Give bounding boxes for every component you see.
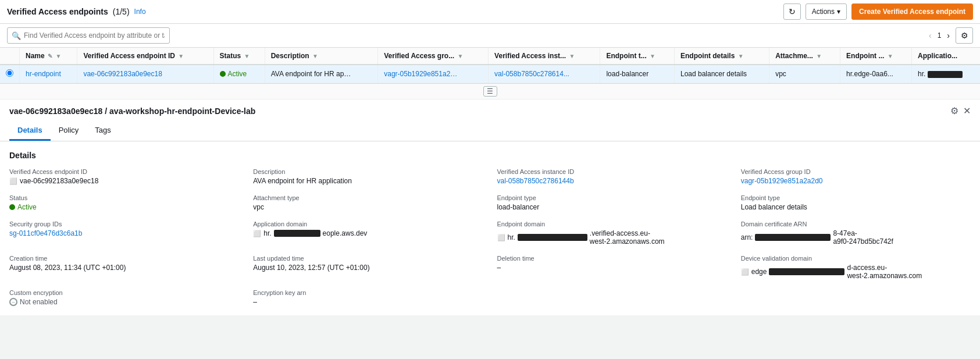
endpoint-id-link[interactable]: vae-06c992183a0e9ec18 <box>83 70 162 78</box>
field-endpoint-domain-detail: Endpoint domain ⬜ hr. .verified-access.e… <box>497 221 727 246</box>
field-status-label: Status <box>9 194 239 201</box>
settings-icon-button[interactable]: ⚙ <box>956 27 973 44</box>
field-last-updated: Last updated time August 10, 2023, 12:57… <box>253 255 483 280</box>
field-last-updated-label: Last updated time <box>253 255 483 262</box>
row-radio[interactable] <box>0 65 20 83</box>
top-bar: Verified Access endpoints (1/5) Info ↻ A… <box>0 0 980 24</box>
status-dot <box>220 71 226 77</box>
edit-icon: ✎ <box>48 53 52 59</box>
detail-header: vae-06c992183a0e9ec18 / ava-workshop-hr-… <box>0 99 980 116</box>
field-attachment-type-label: Attachment type <box>253 194 483 201</box>
field-endpoint-type2-value: Load balancer details <box>741 203 971 211</box>
refresh-button[interactable]: ↻ <box>783 3 801 20</box>
col-header-group[interactable]: Verified Access gro... ▼ <box>378 48 489 65</box>
row-name: hr-endpoint <box>20 65 77 83</box>
field-encryption-key-label: Encryption key arn <box>253 289 483 296</box>
group-id-link[interactable]: vagr-05b1929e851a2a2d0 <box>741 177 823 185</box>
row-endpoint-type: load-balancer <box>600 65 675 83</box>
row-endpoint-details: Load balancer details <box>674 65 769 83</box>
field-custom-encryption: Custom encryption – Not enabled <box>9 289 239 306</box>
detail-close-button[interactable]: ✕ <box>963 105 971 116</box>
field-endpoint-type1-label: Endpoint type <box>497 194 727 201</box>
tab-details[interactable]: Details <box>9 121 51 141</box>
field-empty3 <box>497 289 727 306</box>
collapse-button[interactable]: ☰ <box>483 86 497 97</box>
col-header-status[interactable]: Status ▼ <box>213 48 265 65</box>
sort-icon-details: ▼ <box>738 53 744 59</box>
field-group-id-label: Verified Access group ID <box>741 168 971 175</box>
row-endpoint-domain: hr.edge-0aa6... <box>840 65 912 83</box>
detail-section-title: Details <box>9 151 971 160</box>
tabs: Details Policy Tags <box>0 121 980 141</box>
not-enabled-text: Not enabled <box>20 298 58 306</box>
endpoint-domain-text: hr.edge-0aa6... <box>846 70 893 78</box>
field-encryption-key: Encryption key arn – <box>253 289 483 306</box>
name-link[interactable]: hr-endpoint <box>26 70 61 78</box>
col-header-description[interactable]: Description ▼ <box>265 48 378 65</box>
col-header-endpoint-domain[interactable]: Endpoint ... ▼ <box>840 48 912 65</box>
row-radio-input[interactable] <box>6 69 13 77</box>
col-header-application[interactable]: Applicatio... <box>912 48 980 65</box>
field-app-domain-label: Application domain <box>253 221 483 228</box>
field-instance-id: Verified Access instance ID val-058b7850… <box>497 168 727 185</box>
app-domain-prefix: hr. <box>263 229 271 237</box>
field-attachment-type: Attachment type vpc <box>253 194 483 211</box>
prev-page-button[interactable]: ‹ <box>926 30 934 41</box>
field-description-value: AVA endpoint for HR application <box>253 177 483 185</box>
copy-icon-endpoint-id[interactable]: ⬜ <box>9 177 17 185</box>
info-link[interactable]: Info <box>134 8 146 16</box>
create-endpoint-button[interactable]: Create Verified Access endpoint <box>851 3 973 20</box>
field-app-domain: Application domain ⬜ hr. eople.aws.dev <box>253 221 483 246</box>
col-header-instance[interactable]: Verified Access inst... ▼ <box>489 48 600 65</box>
detail-settings-button[interactable]: ⚙ <box>950 105 958 116</box>
tab-policy[interactable]: Policy <box>51 121 87 141</box>
col-header-name[interactable]: Name ✎ ▼ <box>20 48 77 65</box>
device-validation-prefix: edge <box>751 268 767 276</box>
next-page-button[interactable]: › <box>945 30 952 41</box>
status-label: Active <box>228 70 247 78</box>
copy-icon-device-validation[interactable]: ⬜ <box>741 268 749 276</box>
sort-icon-attach: ▼ <box>816 53 822 59</box>
sort-icon-id: ▼ <box>178 53 184 59</box>
field-status-value: Active <box>9 203 239 211</box>
col-header-endpoint-type[interactable]: Endpoint t... ▼ <box>600 48 675 65</box>
deletion-time-text: – <box>497 264 501 272</box>
col-header-endpoint-details[interactable]: Endpoint details ▼ <box>674 48 769 65</box>
copy-icon-endpoint-domain[interactable]: ⬜ <box>497 234 505 241</box>
row-description: AVA endpoint for HR applicati... <box>265 65 378 83</box>
app-domain-suffix: eople.aws.dev <box>323 229 368 237</box>
table-row[interactable]: hr-endpoint vae-06c992183a0e9ec18 Active… <box>0 65 980 83</box>
actions-button[interactable]: Actions ▾ <box>806 3 847 20</box>
search-input-wrap: 🔍 <box>7 27 170 44</box>
group-link[interactable]: vagr-05b1929e851a2a... <box>384 70 459 78</box>
field-endpoint-id-label: Verified Access endpoint ID <box>9 168 239 175</box>
application-text: hr. <box>918 70 925 78</box>
instance-id-link[interactable]: val-058b7850c2786144b <box>497 177 574 185</box>
instance-link[interactable]: val-058b7850c278614... <box>494 70 570 78</box>
pagination: ‹ 1 › ⚙ <box>926 27 973 44</box>
table-header: Name ✎ ▼ Verified Access endpoint ID ▼ S… <box>0 48 980 65</box>
security-group-link[interactable]: sg-011cf0e476d3c6a1b <box>9 229 82 237</box>
field-device-validation-value: ⬜ edge d-access.eu-west-2.amazonaws.com <box>741 264 971 280</box>
detail-title: vae-06c992183a0e9ec18 / ava-workshop-hr-… <box>9 106 255 116</box>
field-endpoint-type1-value: load-balancer <box>497 203 727 211</box>
field-endpoint-type2-label: Endpoint type <box>741 194 971 201</box>
tab-tags[interactable]: Tags <box>87 121 119 141</box>
domain-cert-prefix: arn: <box>741 233 753 241</box>
field-custom-encryption-label: Custom encryption <box>9 289 239 296</box>
col-header-endpoint-id[interactable]: Verified Access endpoint ID ▼ <box>77 48 213 65</box>
field-deletion-time: Deletion time – <box>497 255 727 280</box>
search-input[interactable] <box>7 27 170 44</box>
col-header-attachment[interactable]: Attachme... ▼ <box>769 48 840 65</box>
field-endpoint-id-value: ⬜ vae-06c992183a0e9ec18 <box>9 177 239 185</box>
search-bar: 🔍 ‹ 1 › ⚙ <box>0 24 980 48</box>
redacted-application <box>928 71 963 78</box>
field-creation-time: Creation time August 08, 2023, 11:34 (UT… <box>9 255 239 280</box>
field-creation-time-value: August 08, 2023, 11:34 (UTC +01:00) <box>9 264 239 272</box>
endpoint-domain-prefix: hr. <box>508 233 515 241</box>
copy-icon-app-domain[interactable]: ⬜ <box>253 230 261 237</box>
collapse-bar: ☰ <box>0 84 980 99</box>
field-description: Description AVA endpoint for HR applicat… <box>253 168 483 185</box>
field-endpoint-domain-value: ⬜ hr. .verified-access.eu-west-2.amazona… <box>497 229 727 246</box>
status-active-detail: Active <box>9 203 37 211</box>
